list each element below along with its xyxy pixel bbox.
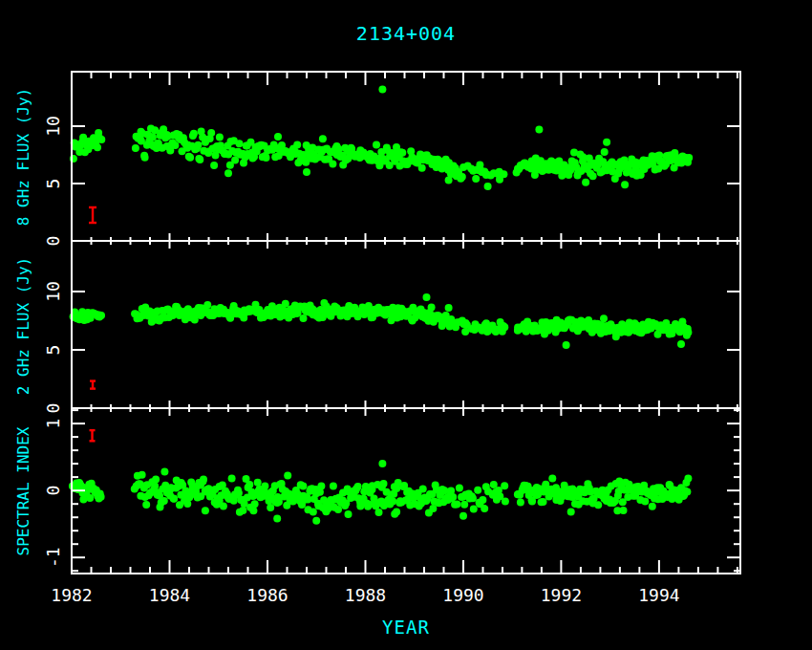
svg-text:-1: -1: [43, 547, 63, 568]
svg-text:1990: 1990: [442, 585, 483, 605]
svg-text:1986: 1986: [246, 585, 288, 605]
svg-text:1994: 1994: [638, 585, 679, 605]
svg-text:5: 5: [43, 179, 63, 189]
flux-monitoring-figure: 2134+004 8 GHz FLUX (Jy) 2 GHz FLUX (Jy)…: [0, 0, 812, 650]
svg-text:1988: 1988: [345, 585, 386, 605]
svg-text:0: 0: [43, 486, 63, 496]
svg-text:5: 5: [43, 345, 63, 356]
svg-text:1982: 1982: [51, 585, 92, 605]
chart-canvas: 05100510-1011982198419861988199019921994: [0, 0, 812, 650]
tick-labels: 05100510-1011982198419861988199019921994: [43, 116, 680, 605]
svg-text:1984: 1984: [149, 585, 190, 605]
scatter-points: [69, 86, 693, 525]
svg-text:1: 1: [43, 419, 63, 429]
error-bars: [89, 207, 96, 441]
svg-text:0: 0: [43, 403, 63, 414]
svg-text:1992: 1992: [541, 585, 582, 605]
svg-text:10: 10: [43, 281, 63, 302]
svg-text:10: 10: [43, 116, 63, 137]
svg-text:0: 0: [43, 236, 63, 247]
